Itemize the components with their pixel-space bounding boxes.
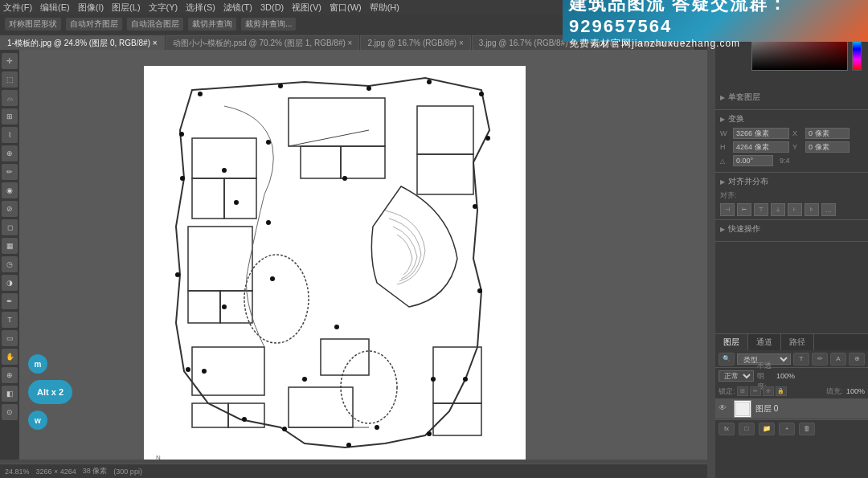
height-input[interactable]: [733, 141, 789, 153]
menu-item-文字[interactable]: 文字(Y): [149, 2, 178, 14]
tool-btn-0[interactable]: ✛: [2, 53, 18, 69]
tab-1[interactable]: 动图小小-模板的.psd @ 70.2% (图层 1, RGB/8#) ×: [166, 35, 360, 50]
layer-eye-icon[interactable]: 👁: [719, 403, 730, 415]
layer-thumbnail: [734, 400, 751, 418]
menu-item-图像[interactable]: 图像(I): [78, 2, 104, 14]
tab-layers[interactable]: 图层: [715, 334, 748, 350]
left-tool-panel: ✛⬚⌓⊞⌇⊕✏◉⊘◻▦◷◑✒T▭✋⊕◧⊙: [0, 50, 19, 460]
tab-0[interactable]: 1-模板的.jpg @ 24.8% (图层 0, RGB/8#) ×: [0, 35, 165, 50]
svg-rect-10: [417, 154, 473, 194]
tool-btn-4[interactable]: ⌇: [2, 127, 18, 143]
tool-btn-14[interactable]: T: [2, 312, 18, 328]
new-group-btn[interactable]: 📁: [759, 423, 775, 435]
tool-btn-19[interactable]: ⊙: [2, 404, 18, 420]
tool-btn-9[interactable]: ◻: [2, 219, 18, 235]
tool-btn-17[interactable]: ⊕: [2, 367, 18, 383]
tool-btn-11[interactable]: ◷: [2, 256, 18, 272]
align-left-btn[interactable]: ⊣: [720, 203, 735, 216]
watermark-banner: 建筑品图流 答疑交流群：929657564 免费素材官网jianzhuxuezh…: [563, 0, 868, 42]
lock-transparent-btn[interactable]: ⊞: [737, 386, 748, 396]
distribute-btn[interactable]: …: [821, 203, 836, 216]
status-bar: 24.81% 3266 × 4264 38 像素 (300 ppi): [0, 464, 707, 478]
delete-layer-btn[interactable]: 🗑: [799, 423, 815, 435]
tool-btn-13[interactable]: ✒: [2, 293, 18, 309]
watermark-line1: 建筑品图流 答疑交流群：929657564: [569, 0, 862, 37]
menu-item-视图[interactable]: 视图(V): [292, 2, 321, 14]
tab-channels[interactable]: 通道: [748, 334, 781, 350]
svg-point-44: [202, 369, 207, 374]
toolbar-item-4[interactable]: 裁剪并查询...: [241, 18, 296, 31]
layer-tool-2[interactable]: ✏: [812, 353, 828, 366]
properties-title: 单套图层: [720, 92, 863, 103]
layers-bottom-bar: fx □ 📁 + 🗑: [715, 419, 868, 437]
svg-point-45: [342, 176, 347, 181]
layer-item-0[interactable]: 👁 图层 0: [715, 398, 868, 419]
layer-tool-3[interactable]: A: [830, 353, 846, 366]
angle-input[interactable]: [733, 155, 773, 166]
toolbar-item-0[interactable]: 对称图层形状: [5, 18, 61, 31]
tool-btn-1[interactable]: ⬚: [2, 71, 18, 88]
svg-point-27: [479, 92, 484, 96]
toolbar-item-1[interactable]: 自动对齐图层: [66, 18, 122, 31]
tool-btn-2[interactable]: ⌓: [2, 90, 18, 106]
tab-paths[interactable]: 路径: [781, 334, 814, 350]
opacity-value: 100%: [776, 372, 805, 380]
layer-tool-4[interactable]: ⊕: [849, 353, 865, 366]
overlay-btn-w[interactable]: w: [28, 411, 47, 430]
toolbar-item-2[interactable]: 自动混合图层: [127, 18, 183, 31]
tool-btn-5[interactable]: ⊕: [2, 145, 18, 161]
width-input[interactable]: [733, 128, 789, 139]
quick-actions-title: 快速操作: [720, 223, 863, 235]
tool-btn-6[interactable]: ✏: [2, 164, 18, 180]
tool-btn-18[interactable]: ◧: [2, 386, 18, 402]
svg-rect-4: [188, 227, 252, 291]
search-filter-btn[interactable]: 🔍: [719, 353, 735, 366]
menu-item-编辑[interactable]: 编辑(E): [40, 2, 70, 14]
tool-btn-15[interactable]: ▭: [2, 330, 18, 346]
align-bottom-btn[interactable]: ⊧: [805, 203, 819, 216]
lock-all-btn[interactable]: 🔒: [776, 386, 787, 396]
y-input[interactable]: [805, 141, 850, 153]
align-center-h-btn[interactable]: ⊢: [737, 203, 751, 216]
lock-move-btn[interactable]: ✛: [763, 386, 774, 396]
doc-size-2: 38 像素: [83, 466, 108, 476]
x-input[interactable]: [805, 128, 850, 139]
svg-rect-18: [289, 387, 353, 427]
svg-point-24: [278, 84, 283, 88]
tool-btn-16[interactable]: ✋: [2, 349, 18, 365]
svg-point-39: [179, 132, 184, 137]
lock-paint-btn[interactable]: ✏: [750, 386, 761, 396]
menu-item-滤镜[interactable]: 滤镜(T): [223, 2, 252, 14]
align-section: 对齐并分布 对齐: ⊣ ⊢ ⊤ ⊥ ⊦ ⊧ …: [715, 173, 868, 220]
align-right-btn[interactable]: ⊤: [754, 203, 768, 216]
menu-item-图层[interactable]: 图层(L): [112, 2, 140, 14]
svg-point-28: [485, 136, 490, 141]
tool-btn-7[interactable]: ◉: [2, 182, 18, 198]
menu-item-3d[interactable]: 3D(D): [260, 2, 284, 12]
align-top-btn[interactable]: ⊥: [771, 203, 785, 216]
tool-btn-8[interactable]: ⊘: [2, 201, 18, 217]
menu-item-窗口[interactable]: 窗口(W): [330, 2, 362, 14]
menu-item-选择[interactable]: 选择(S): [186, 2, 215, 14]
toolbar-item-3[interactable]: 裁切并查询: [188, 18, 236, 31]
new-layer-btn[interactable]: +: [779, 423, 795, 435]
overlay-btn-m[interactable]: m: [28, 354, 47, 374]
add-mask-btn[interactable]: □: [739, 423, 755, 435]
tab-2[interactable]: 2.jpg @ 16.7% (RGB/8#) ×: [360, 35, 470, 50]
tool-btn-3[interactable]: ⊞: [2, 108, 18, 125]
lock-label: 锁定:: [719, 386, 735, 397]
tool-btn-10[interactable]: ▦: [2, 238, 18, 254]
svg-point-47: [375, 425, 379, 430]
menu-item-文件[interactable]: 文件(F): [3, 2, 32, 14]
add-fx-btn[interactable]: fx: [719, 423, 735, 435]
tool-btn-12[interactable]: ◑: [2, 275, 18, 291]
overlay-btn-alt-x2[interactable]: Alt x 2: [28, 380, 72, 404]
menu-item-帮助[interactable]: 帮助(H): [370, 2, 399, 14]
align-buttons-row: ⊣ ⊢ ⊤ ⊥ ⊦ ⊧ …: [720, 203, 863, 216]
layers-tabs: 图层 通道 路径: [715, 334, 868, 350]
svg-point-23: [198, 92, 203, 96]
blend-mode-select[interactable]: 正常: [719, 370, 754, 382]
height-row: H Y: [720, 141, 863, 153]
align-center-v-btn[interactable]: ⊦: [788, 203, 802, 216]
watermark-line2: 免费素材官网jianzhuxuezhang.com: [569, 37, 862, 51]
